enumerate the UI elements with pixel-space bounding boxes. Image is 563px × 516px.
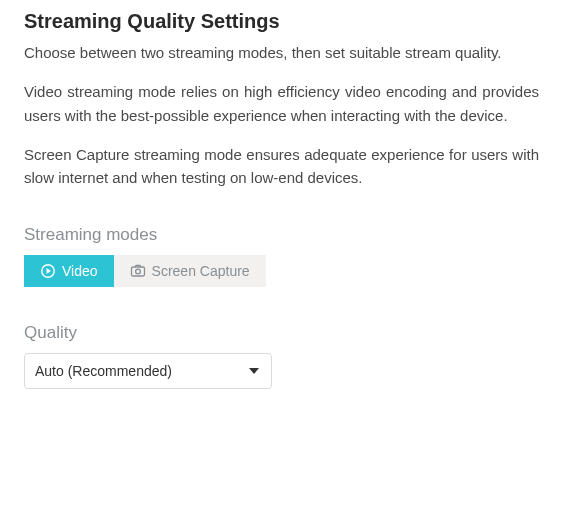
- screen-capture-paragraph: Screen Capture streaming mode ensures ad…: [24, 143, 539, 190]
- tab-screen-capture-label: Screen Capture: [152, 263, 250, 279]
- tab-video[interactable]: Video: [24, 255, 114, 287]
- quality-select[interactable]: Auto (Recommended): [24, 353, 272, 389]
- svg-point-3: [135, 269, 140, 274]
- intro-paragraph: Choose between two streaming modes, then…: [24, 41, 539, 64]
- play-circle-icon: [40, 263, 56, 279]
- tab-screen-capture[interactable]: Screen Capture: [114, 255, 266, 287]
- streaming-modes-label: Streaming modes: [24, 225, 539, 245]
- page-title: Streaming Quality Settings: [24, 10, 539, 33]
- quality-label: Quality: [24, 323, 539, 343]
- tab-video-label: Video: [62, 263, 98, 279]
- svg-rect-2: [131, 267, 144, 276]
- video-mode-paragraph: Video streaming mode relies on high effi…: [24, 80, 539, 127]
- svg-marker-1: [47, 268, 52, 274]
- camera-icon: [130, 263, 146, 279]
- streaming-modes-tabs: Video Screen Capture: [24, 255, 539, 287]
